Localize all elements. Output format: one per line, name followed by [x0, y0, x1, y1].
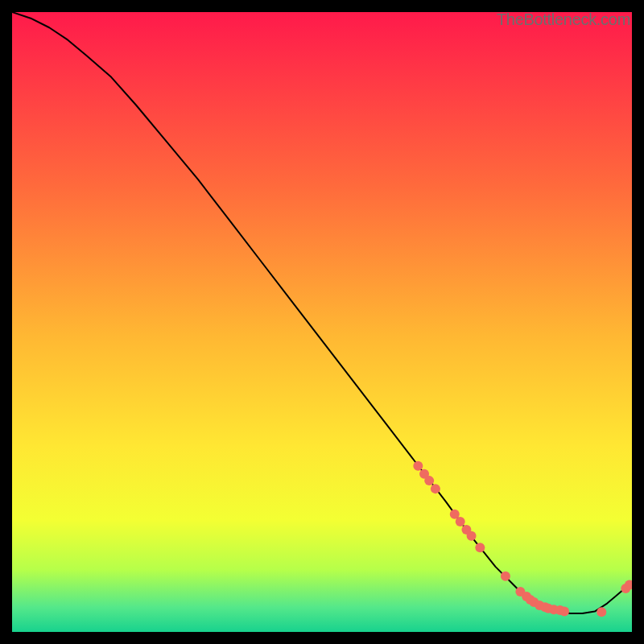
data-point [475, 543, 485, 552]
data-point [431, 484, 440, 493]
data-point [424, 476, 434, 485]
bottleneck-chart [12, 12, 632, 632]
data-point [456, 517, 465, 526]
chart-frame: TheBottleneck.com [12, 12, 632, 632]
gradient-background [12, 12, 632, 632]
data-point [413, 461, 423, 471]
data-point [467, 531, 477, 541]
data-point [597, 607, 606, 617]
data-point [501, 572, 510, 581]
watermark-text: TheBottleneck.com [497, 10, 630, 29]
data-point [559, 607, 569, 617]
